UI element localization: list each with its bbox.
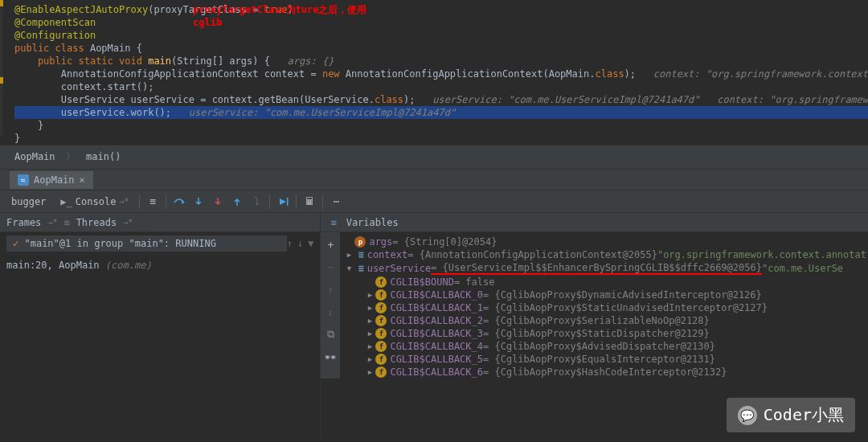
code-line[interactable]: public static void main(String[] args) {… [14, 55, 868, 68]
console-tab[interactable]: ▶_ Console →* [54, 194, 135, 210]
step-into-icon[interactable] [190, 193, 207, 211]
code-line[interactable]: @EnableAspectJAutoProxy(proxyTargetClass… [14, 3, 868, 16]
code-line[interactable]: @Configuration [14, 29, 868, 42]
annotation-overlay: proxyTargetClass为ture之后，使用 [193, 3, 367, 16]
breadcrumb[interactable]: AopMain 〉 main() [0, 145, 868, 170]
code-line[interactable]: UserService userService = context.getBea… [14, 93, 868, 106]
var-row[interactable]: ▶fCGLIB$CALLBACK_1 = {CglibAopProxy$Stat… [342, 301, 868, 314]
var-row[interactable]: pargs = {String[0]@2054} [342, 235, 868, 248]
variables-title: Variables [346, 217, 399, 228]
editor-gutter [0, 0, 3, 137]
code-editor[interactable]: proxyTargetClass为ture之后，使用 cglib @Enable… [0, 0, 868, 145]
debugger-tab[interactable]: bugger [5, 194, 52, 210]
more-icon[interactable]: ⋯ [327, 193, 345, 211]
var-row[interactable]: ▶≡context = {AnnotationConfigApplication… [342, 248, 868, 261]
var-row-userservice[interactable]: ▼≡userService = {UserServiceImpl$$Enhanc… [342, 261, 868, 276]
class-icon: ≔ [18, 174, 29, 186]
svg-rect-0 [287, 198, 289, 206]
frames-pane: Frames→* ≡ Threads→* ✓ "main"@1 in group… [0, 213, 321, 438]
thread-selector[interactable]: ✓ "main"@1 in group "main": RUNNING ↑↓▼ [0, 232, 320, 255]
code-line[interactable]: AnnotationConfigApplicationContext conte… [14, 68, 868, 80]
threads-tab[interactable]: Threads [76, 217, 117, 228]
glasses-icon[interactable]: 👓 [321, 348, 339, 366]
var-row[interactable]: ▶fCGLIB$CALLBACK_4 = {CglibAopProxy$Advi… [342, 340, 868, 353]
code-line[interactable]: public class AopMain { [14, 42, 868, 55]
watermark: 💬 Coder小黑 [727, 398, 855, 432]
breadcrumb-item[interactable]: AopMain [14, 151, 55, 162]
code-line[interactable]: @ComponentScan [14, 16, 868, 29]
up-icon[interactable]: ↑ [321, 280, 339, 298]
step-out-icon[interactable] [228, 193, 246, 211]
run-tab-bar: ≔ AopMain × [0, 170, 868, 190]
step-over-icon[interactable] [170, 193, 188, 211]
stack-frames: main:20, AopMain (com.me) [0, 255, 320, 272]
remove-watch-icon[interactable]: − [321, 258, 339, 276]
run-tab[interactable]: ≔ AopMain × [10, 171, 93, 189]
debug-toolbar: bugger ▶_ Console →* ≡ ⤵ 🖩 ⋯ [0, 190, 868, 213]
drop-frame-icon[interactable]: ⤵ [248, 193, 265, 211]
force-step-into-icon[interactable] [209, 193, 227, 211]
copy-icon[interactable]: ⧉ [321, 325, 339, 343]
vars-icon: ≡ [330, 217, 336, 228]
breadcrumb-sep: 〉 [66, 151, 76, 162]
evaluate-icon[interactable]: 🖩 [301, 193, 318, 211]
var-row[interactable]: ▶fCGLIB$CALLBACK_3 = {CglibAopProxy$Stat… [342, 327, 868, 340]
show-exec-point-icon[interactable]: ≡ [144, 193, 162, 211]
wechat-icon: 💬 [738, 406, 757, 425]
var-row[interactable]: fCGLIB$BOUND = false [342, 276, 868, 289]
code-line[interactable]: } [14, 132, 868, 145]
code-line[interactable]: } [14, 119, 868, 132]
add-watch-icon[interactable]: + [321, 235, 339, 253]
down-icon[interactable]: ↓ [321, 303, 339, 321]
var-row[interactable]: ▶fCGLIB$CALLBACK_2 = {CglibAopProxy$Seri… [342, 314, 868, 327]
var-row[interactable]: ▶fCGLIB$CALLBACK_6 = {CglibAopProxy$Hash… [342, 366, 868, 379]
run-to-cursor-icon[interactable] [274, 193, 292, 211]
var-row[interactable]: ▶fCGLIB$CALLBACK_0 = {CglibAopProxy$Dyna… [342, 289, 868, 301]
variables-tree: pargs = {String[0]@2054} ▶≡context = {An… [340, 232, 868, 379]
var-row[interactable]: ▶fCGLIB$CALLBACK_5 = {CglibAopProxy$Equa… [342, 353, 868, 366]
run-tab-label: AopMain [34, 174, 75, 186]
breadcrumb-item[interactable]: main() [86, 151, 121, 162]
close-icon[interactable]: × [80, 174, 85, 186]
code-line-current[interactable]: userService.work(); userService: "com.me… [14, 106, 868, 119]
stack-frame[interactable]: main:20, AopMain (com.me) [3, 258, 320, 272]
filter-icon[interactable]: ▼ [308, 238, 313, 249]
prev-frame-icon[interactable]: ↑ [287, 238, 293, 249]
code-line[interactable]: context.start(); [14, 80, 868, 93]
frames-tab[interactable]: Frames [6, 217, 41, 228]
annotation-overlay-2: cglib [193, 16, 222, 29]
next-frame-icon[interactable]: ↓ [297, 238, 303, 249]
